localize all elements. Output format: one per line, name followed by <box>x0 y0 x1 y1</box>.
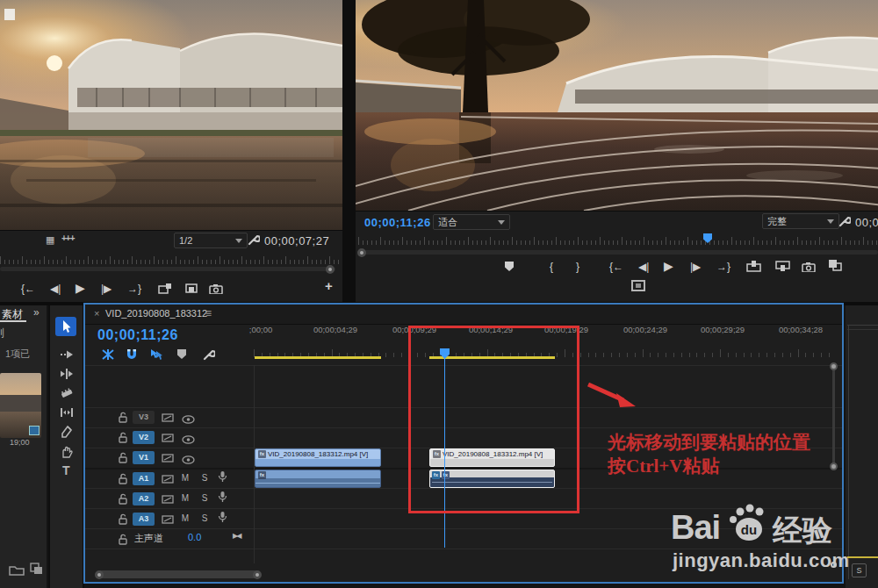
solo-button[interactable]: S <box>198 472 212 484</box>
overwrite-icon[interactable] <box>184 282 198 298</box>
hand-tool[interactable] <box>60 445 74 459</box>
source-scrollbar-handle[interactable] <box>326 265 335 274</box>
timeline-v-scrollbar[interactable] <box>832 368 835 466</box>
solo-button[interactable]: S <box>198 492 212 505</box>
track-header-master[interactable]: 主声道 0.0 ▶◀ <box>85 528 254 549</box>
video-clip-1[interactable]: fxVID_20190808_183312.mp4 [V] <box>255 448 381 467</box>
mark-in-button[interactable]: { <box>550 261 553 273</box>
track-header-a1[interactable]: A1 M S <box>85 468 254 488</box>
track-header-v3[interactable]: V3 <box>85 407 254 427</box>
track-target-v3[interactable]: V3 <box>133 411 155 424</box>
step-forward-button[interactable]: |▶ <box>101 283 112 295</box>
h-scrollbar-handle-left[interactable] <box>95 570 104 579</box>
lock-icon[interactable] <box>118 431 128 447</box>
source-zoom-select[interactable]: 1/2 <box>174 233 248 248</box>
sync-lock-icon[interactable] <box>162 472 174 488</box>
program-current-timecode[interactable]: 00;00;11;26 <box>364 216 431 229</box>
add-marker-icon[interactable] <box>177 349 186 359</box>
timeline-h-scrollbar[interactable] <box>98 570 258 578</box>
source-zoom-scrollbar[interactable] <box>0 267 335 271</box>
step-forward-button[interactable]: |▶ <box>690 261 701 273</box>
panel-overflow-chevron[interactable]: » <box>33 306 40 319</box>
track-target-v1[interactable]: V1 <box>133 451 155 464</box>
goto-in-button[interactable]: {← <box>21 283 35 295</box>
selection-tool-active[interactable] <box>55 317 76 336</box>
lift-button[interactable] <box>746 260 761 276</box>
audio-clip-1[interactable]: fx <box>255 470 381 488</box>
button-editor-icon[interactable]: +++ <box>61 233 75 243</box>
program-quality-select[interactable]: 完整 <box>762 213 839 229</box>
lock-icon[interactable] <box>118 533 128 549</box>
voiceover-mic-icon[interactable] <box>218 470 227 487</box>
panel-menu-icon[interactable]: ≡ <box>205 307 212 319</box>
track-output-eye-icon[interactable] <box>182 452 195 468</box>
v-scrollbar-handle-top[interactable] <box>830 362 838 370</box>
source-settings-wrench-icon[interactable] <box>247 233 260 250</box>
track-output-eye-icon[interactable] <box>182 432 195 448</box>
mute-button[interactable]: M <box>178 472 192 484</box>
track-header-v2[interactable]: V2 <box>85 427 254 448</box>
snap-magnet-icon[interactable] <box>126 348 138 364</box>
track-target-a3[interactable]: A3 <box>133 513 155 526</box>
voiceover-mic-icon[interactable] <box>218 511 227 527</box>
pen-tool[interactable] <box>60 426 74 440</box>
nest-sequence-icon[interactable] <box>101 348 115 364</box>
ripple-edit-tool[interactable] <box>60 367 74 381</box>
mute-button[interactable]: M <box>178 513 192 525</box>
program-zoom-scrollbar[interactable] <box>364 250 878 255</box>
solo-button[interactable]: S <box>852 563 867 577</box>
slip-tool[interactable] <box>60 405 74 419</box>
goto-out-button[interactable]: →} <box>716 261 730 273</box>
sync-lock-icon[interactable] <box>162 431 174 447</box>
mark-out-button[interactable]: } <box>576 261 579 273</box>
clip-thumbnail[interactable] <box>0 373 41 438</box>
lock-icon[interactable] <box>118 492 128 508</box>
master-level-value[interactable]: 0.0 <box>188 532 201 542</box>
add-button-icon[interactable]: + <box>325 280 333 292</box>
new-item-icon[interactable] <box>30 563 43 578</box>
add-marker-button[interactable] <box>505 262 514 271</box>
track-header-a3[interactable]: A3 M S <box>85 508 254 528</box>
export-frame-camera-icon[interactable] <box>802 260 816 276</box>
timeline-current-timecode[interactable]: 00;00;11;26 <box>97 327 178 343</box>
new-bin-folder-icon[interactable] <box>9 563 25 579</box>
program-fit-select[interactable]: 适合 <box>433 214 510 230</box>
linked-selection-icon[interactable] <box>149 348 163 364</box>
track-target-a1[interactable]: A1 <box>133 472 155 485</box>
track-header-v1[interactable]: V1 <box>85 448 254 468</box>
sequence-tab-title[interactable]: VID_20190808_183312 <box>105 308 207 319</box>
track-target-a2[interactable]: A2 <box>133 492 155 506</box>
sync-lock-icon[interactable] <box>162 492 174 508</box>
sync-lock-icon[interactable] <box>162 513 174 528</box>
lock-icon[interactable] <box>118 472 128 488</box>
razor-tool[interactable] <box>60 386 74 400</box>
safe-margins-icon[interactable]: ▦ <box>46 234 54 246</box>
program-scrollbar-handle[interactable] <box>357 248 366 257</box>
program-settings-wrench-icon[interactable] <box>838 215 851 232</box>
mute-button[interactable]: M <box>178 492 192 505</box>
type-tool[interactable]: T <box>62 463 70 477</box>
h-scrollbar-handle-right[interactable] <box>253 570 262 579</box>
step-back-button[interactable]: ◀| <box>50 283 61 295</box>
sync-lock-icon[interactable] <box>162 411 174 427</box>
solo-button[interactable]: S <box>198 513 212 525</box>
goto-in-button[interactable]: {← <box>609 261 623 273</box>
goto-out-button[interactable]: →} <box>127 283 141 295</box>
export-frame-camera-icon[interactable] <box>209 282 223 298</box>
insert-icon[interactable] <box>158 282 172 298</box>
track-select-forward-tool[interactable] <box>60 348 74 362</box>
track-target-v2[interactable]: V2 <box>133 431 155 444</box>
lock-icon[interactable] <box>118 451 128 467</box>
voiceover-mic-icon[interactable] <box>218 491 227 507</box>
extract-button[interactable] <box>775 260 790 276</box>
source-time-ruler[interactable] <box>0 254 342 264</box>
track-header-a2[interactable]: A2 M S <box>85 488 254 508</box>
comparison-view-icon[interactable] <box>828 259 842 275</box>
lock-icon[interactable] <box>118 411 128 427</box>
play-button[interactable]: ▶ <box>76 282 85 294</box>
sync-lock-icon[interactable] <box>162 451 174 467</box>
play-button[interactable]: ▶ <box>664 260 673 272</box>
keyframe-nav-icon[interactable]: ▶◀ <box>233 532 240 540</box>
close-tab-icon[interactable]: × <box>94 308 99 319</box>
lock-icon[interactable] <box>118 513 128 528</box>
